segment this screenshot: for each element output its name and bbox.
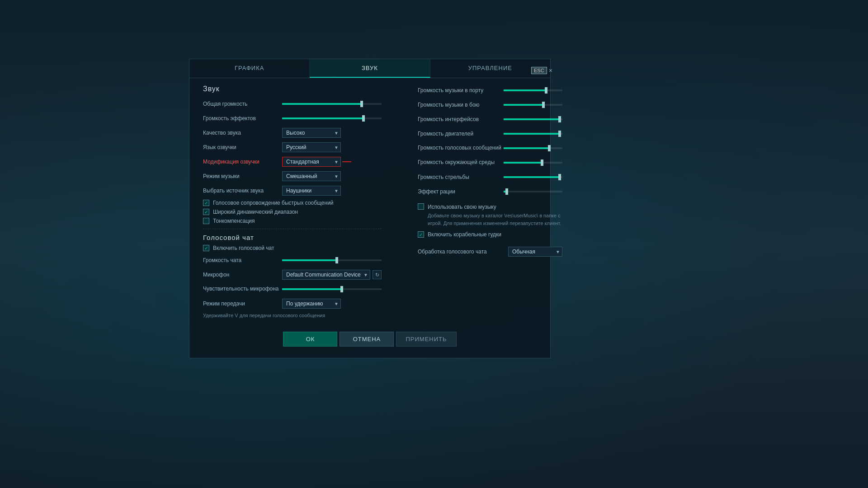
bottom-buttons-bar: ОК Отмена Применить [189, 325, 550, 349]
slider-thumb-ambient[interactable] [541, 160, 543, 166]
label-voice-messages-volume: Громкость голосовых сообщений [418, 145, 504, 152]
checkbox-row-enable-voice: Включить голосовой чат [203, 245, 382, 251]
slider-voice-messages-volume[interactable] [504, 147, 562, 149]
slider-fill-ambient [504, 162, 542, 164]
transmission-hint: Удерживайте V для передачи голосового со… [203, 313, 382, 318]
row-sound-source: Выбрать источник звука Наушники Колонки … [203, 185, 382, 196]
use-music-hint: Добавьте свою музыку в каталог \res\user… [428, 212, 562, 227]
checkbox-use-music[interactable] [418, 203, 424, 210]
dropdown-music-mode[interactable]: Смешанный Только игровая [282, 171, 341, 181]
checkbox-row-wide-dynamic: Широкий динамический диапазон [203, 209, 382, 215]
label-sound-source: Выбрать источник звука [203, 188, 282, 194]
checkbox-wide-dynamic[interactable] [203, 209, 209, 215]
mic-controls: Default Communication Device ▼ ↻ [282, 270, 382, 280]
slider-fill-shooting [504, 176, 560, 178]
dropdown-transmission-mode[interactable]: По удержанию Открытый [282, 299, 341, 309]
checkbox-ship-horns[interactable] [418, 231, 424, 238]
slider-fill-engine [504, 133, 560, 135]
row-voice-processing: Обработка голосового чата Обычная Расшир… [418, 247, 562, 257]
tab-sound[interactable]: ЗВУК [310, 59, 430, 78]
tab-graphics[interactable]: ГРАФИКА [189, 59, 310, 78]
label-shooting-volume: Громкость стрельбы [418, 174, 504, 180]
label-interface-volume: Громкость интерфейсов [418, 116, 504, 122]
dropdown-voice-language[interactable]: Русский English [282, 142, 341, 152]
slider-thumb-engine[interactable] [558, 131, 561, 137]
left-column: Звук Общая громкость Громкость эффектов [203, 85, 382, 318]
slider-master-volume[interactable] [282, 103, 382, 105]
dropdown-sound-quality[interactable]: Высоко Средне Низко [282, 128, 341, 138]
refresh-mic-button[interactable]: ↻ [373, 270, 382, 279]
row-engine-volume: Громкость двигателей [418, 128, 562, 139]
settings-content: Звук Общая громкость Громкость эффектов [189, 78, 550, 325]
ok-button[interactable]: ОК [283, 332, 337, 347]
error-indicator [342, 161, 351, 162]
dropdown-voice-mod[interactable]: Стандартная [282, 157, 341, 167]
checkbox-voice-messages[interactable] [203, 200, 209, 206]
slider-fill-music-battle [504, 104, 543, 106]
label-voice-language: Язык озвучки [203, 144, 282, 150]
row-voice-messages-volume: Громкость голосовых сообщений [418, 143, 562, 154]
slider-thumb-shooting[interactable] [558, 174, 561, 180]
label-sound-quality: Качество звука [203, 130, 282, 136]
label-voice-processing: Обработка голосового чата [418, 249, 501, 255]
dropdown-wrapper-processing: Обычная Расширенная ▼ [508, 247, 562, 257]
checkbox-enable-voice[interactable] [203, 245, 209, 251]
slider-fill-interface [504, 118, 560, 120]
slider-engine-volume[interactable] [504, 133, 562, 135]
esc-close-button[interactable]: ESC × [531, 67, 552, 74]
checkbox-row-tone-comp: Тонкомпенсация [203, 218, 382, 224]
slider-thumb-sensitivity[interactable] [340, 286, 343, 292]
row-radio-effect: Эффект рации [418, 186, 562, 197]
settings-dialog: ГРАФИКА ЗВУК УПРАВЛЕНИЕ Звук Общая громк… [189, 59, 551, 358]
checkbox-row-voice-messages: Голосовое сопровождение быстрых сообщени… [203, 200, 382, 206]
dropdown-voice-processing[interactable]: Обычная Расширенная [508, 247, 562, 257]
row-transmission-mode: Режим передачи По удержанию Открытый ▼ [203, 298, 382, 309]
slider-thumb-music-battle[interactable] [542, 102, 545, 108]
use-music-content: Использовать свою музыку Добавьте свою м… [428, 202, 562, 227]
row-music-port: Громкость музыки в порту [418, 85, 562, 96]
dropdown-microphone[interactable]: Default Communication Device [282, 270, 370, 280]
slider-thumb-chat[interactable] [335, 257, 338, 263]
tabs-bar: ГРАФИКА ЗВУК УПРАВЛЕНИЕ [189, 59, 550, 78]
slider-chat-volume[interactable] [282, 259, 382, 261]
cancel-button[interactable]: Отмена [340, 332, 394, 347]
row-sound-quality: Качество звука Высоко Средне Низко ▼ [203, 127, 382, 138]
row-voice-mod: Модификация озвучки Стандартная ▼ [203, 156, 382, 167]
label-ship-horns: Включить корабельные гудки [428, 231, 501, 238]
row-master-volume: Общая громкость [203, 99, 382, 109]
slider-fill-sensitivity [282, 288, 342, 290]
slider-mic-sensitivity[interactable] [282, 288, 382, 290]
row-shooting-volume: Громкость стрельбы [418, 172, 562, 183]
checkbox-label-tone-comp: Тонкомпенсация [213, 218, 255, 224]
slider-shooting-volume[interactable] [504, 176, 562, 178]
checkbox-label-voice-messages: Голосовое сопровождение быстрых сообщени… [213, 200, 334, 206]
slider-effects-volume[interactable] [282, 117, 382, 119]
slider-thumb-voice-msg[interactable] [548, 145, 551, 151]
slider-music-port[interactable] [504, 89, 562, 91]
slider-thumb-music-port[interactable] [545, 87, 547, 94]
slider-fill-master [282, 103, 362, 105]
slider-interface-volume[interactable] [504, 118, 562, 120]
checkbox-label-enable-voice: Включить голосовой чат [213, 245, 274, 251]
slider-music-battle[interactable] [504, 104, 562, 106]
dropdown-sound-source[interactable]: Наушники Колонки [282, 186, 341, 196]
slider-radio-effect[interactable] [504, 191, 562, 192]
row-interface-volume: Громкость интерфейсов [418, 114, 562, 125]
slider-thumb-interface[interactable] [558, 116, 561, 122]
voice-chat-title: Голосовой чат [203, 234, 382, 241]
sound-section-title: Звук [203, 85, 382, 93]
slider-thumb-radio[interactable] [505, 188, 508, 195]
label-voice-mod: Модификация озвучки [203, 159, 282, 165]
checkbox-tone-comp[interactable] [203, 218, 209, 224]
row-mic-sensitivity: Чувствительность микрофона [203, 284, 382, 295]
use-music-section: Использовать свою музыку Добавьте свою м… [418, 202, 562, 227]
slider-thumb-effects[interactable] [362, 115, 365, 122]
close-icon: × [549, 67, 552, 74]
label-music-port: Громкость музыки в порту [418, 87, 504, 94]
row-music-battle: Громкость музыки в бою [418, 99, 562, 110]
label-master-volume: Общая громкость [203, 101, 282, 107]
slider-thumb-master[interactable] [360, 101, 363, 107]
apply-button[interactable]: Применить [396, 332, 456, 347]
right-column: Громкость музыки в порту Громкость музык… [418, 85, 562, 318]
slider-ambient-volume[interactable] [504, 162, 562, 164]
